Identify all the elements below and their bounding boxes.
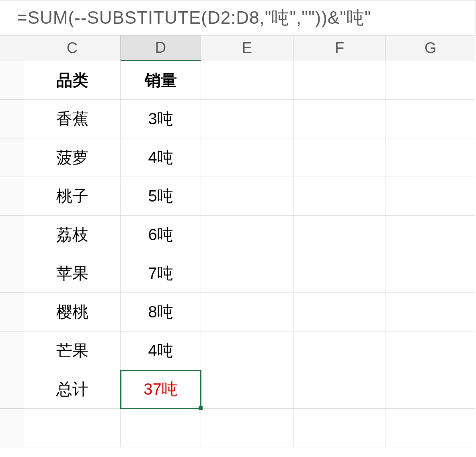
cell-g1[interactable] [386, 61, 475, 100]
cell-f3[interactable] [293, 138, 386, 177]
cell-f10[interactable] [293, 409, 386, 447]
cell-c2[interactable]: 香蕉 [24, 100, 121, 138]
cell-g2[interactable] [386, 100, 475, 138]
row-6: 苹果 7吨 [0, 254, 476, 293]
cell-e4[interactable] [201, 177, 293, 216]
cell-d9[interactable]: 37吨 [121, 370, 201, 409]
row-3: 菠萝 4吨 [0, 138, 476, 177]
cell-c3[interactable]: 菠萝 [24, 138, 121, 177]
cell-g8[interactable] [386, 331, 475, 370]
cell-f8[interactable] [293, 331, 386, 370]
row-header-5[interactable] [0, 216, 24, 254]
col-header-f[interactable]: F [293, 35, 386, 61]
fill-handle[interactable] [199, 406, 203, 410]
cell-d2[interactable]: 3吨 [121, 100, 201, 138]
cell-f6[interactable] [293, 254, 386, 293]
row-header-2[interactable] [0, 100, 24, 138]
cell-c7[interactable]: 樱桃 [24, 293, 121, 331]
cell-d4[interactable]: 5吨 [121, 177, 201, 216]
col-header-d[interactable]: D [121, 35, 201, 61]
row-4: 桃子 5吨 [0, 177, 476, 216]
col-header-e[interactable]: E [201, 35, 293, 61]
column-headers: C D E F G [0, 35, 476, 61]
cell-g7[interactable] [386, 293, 475, 331]
row-9: 总计 37吨 [0, 370, 476, 409]
row-header-9[interactable] [0, 370, 24, 409]
cell-g6[interactable] [386, 254, 475, 293]
row-header-7[interactable] [0, 293, 24, 331]
cell-d9-value: 37吨 [144, 378, 178, 400]
cell-g10[interactable] [386, 409, 475, 447]
cell-c8[interactable]: 芒果 [24, 331, 121, 370]
row-header-4[interactable] [0, 177, 24, 216]
col-header-c[interactable]: C [24, 35, 121, 61]
cell-e10[interactable] [201, 409, 293, 447]
cell-d5[interactable]: 6吨 [121, 216, 201, 254]
cell-c6[interactable]: 苹果 [24, 254, 121, 293]
cell-f7[interactable] [293, 293, 386, 331]
cell-g5[interactable] [386, 216, 475, 254]
spreadsheet-grid: C D E F G 品类 销量 香蕉 3吨 菠萝 4吨 桃子 5吨 [0, 35, 476, 447]
cell-d3[interactable]: 4吨 [121, 138, 201, 177]
cell-g4[interactable] [386, 177, 475, 216]
cell-d10[interactable] [121, 409, 201, 447]
cell-e9[interactable] [201, 370, 293, 409]
cell-e8[interactable] [201, 331, 293, 370]
row-header-8[interactable] [0, 331, 24, 370]
cell-f4[interactable] [293, 177, 386, 216]
row-2: 香蕉 3吨 [0, 100, 476, 138]
cell-d7[interactable]: 8吨 [121, 293, 201, 331]
row-5: 荔枝 6吨 [0, 216, 476, 254]
row-header-3[interactable] [0, 138, 24, 177]
cell-e2[interactable] [201, 100, 293, 138]
cell-e1[interactable] [201, 61, 293, 100]
row-7: 樱桃 8吨 [0, 293, 476, 331]
cell-f1[interactable] [293, 61, 386, 100]
cell-c1[interactable]: 品类 [24, 61, 121, 100]
row-header-1[interactable] [0, 61, 24, 100]
row-1: 品类 销量 [0, 61, 476, 100]
cell-e3[interactable] [201, 138, 293, 177]
cell-d1[interactable]: 销量 [121, 61, 201, 100]
row-10 [0, 409, 476, 447]
cell-f9[interactable] [293, 370, 386, 409]
formula-text: =SUM(--SUBSTITUTE(D2:D8,"吨",""))&"吨" [17, 6, 371, 30]
cell-f2[interactable] [293, 100, 386, 138]
cell-f5[interactable] [293, 216, 386, 254]
col-header-g[interactable]: G [386, 35, 475, 61]
row-8: 芒果 4吨 [0, 331, 476, 370]
cell-e7[interactable] [201, 293, 293, 331]
cell-g3[interactable] [386, 138, 475, 177]
row-header-6[interactable] [0, 254, 24, 293]
formula-bar[interactable]: =SUM(--SUBSTITUTE(D2:D8,"吨",""))&"吨" [0, 0, 476, 35]
cell-g9[interactable] [386, 370, 475, 409]
cell-c4[interactable]: 桃子 [24, 177, 121, 216]
cell-d6[interactable]: 7吨 [121, 254, 201, 293]
cell-c10[interactable] [24, 409, 121, 447]
select-all-corner[interactable] [0, 35, 24, 61]
cell-c9[interactable]: 总计 [24, 370, 121, 409]
cell-d8[interactable]: 4吨 [121, 331, 201, 370]
row-header-10[interactable] [0, 409, 24, 447]
cell-c5[interactable]: 荔枝 [24, 216, 121, 254]
cell-e6[interactable] [201, 254, 293, 293]
cell-e5[interactable] [201, 216, 293, 254]
